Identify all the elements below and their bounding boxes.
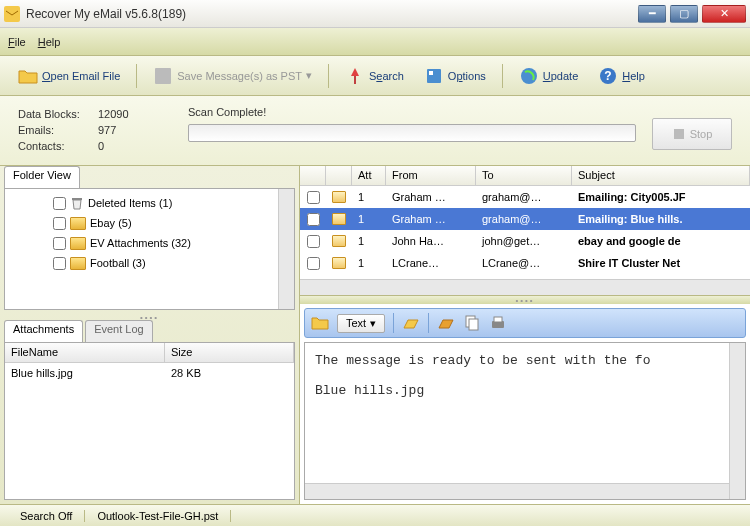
svg-rect-1	[155, 68, 171, 84]
col-to[interactable]: To	[476, 166, 572, 185]
menu-help[interactable]: Help	[38, 36, 61, 48]
msg-subject: ebay and google de	[572, 235, 750, 247]
svg-rect-2	[354, 76, 356, 84]
message-row[interactable]: 1LCrane…LCrane@…Shire IT Cluster Net	[300, 252, 750, 274]
message-row[interactable]: 1Graham …graham@…Emailing: Blue hills.	[300, 208, 750, 230]
tree-checkbox[interactable]	[53, 257, 66, 270]
save-icon	[153, 66, 173, 86]
update-button[interactable]: Update	[511, 62, 586, 90]
datablocks-label: Data Blocks:	[18, 106, 98, 122]
msg-to: john@get…	[476, 235, 572, 247]
msg-checkbox[interactable]	[307, 213, 320, 226]
envelope-icon	[332, 257, 346, 269]
tree-label: Football (3)	[90, 257, 146, 269]
help-icon: ?	[598, 66, 618, 86]
minimize-button[interactable]: ━	[638, 5, 666, 23]
tree-item[interactable]: Deleted Items (1)	[9, 193, 290, 213]
folder-icon	[70, 237, 86, 250]
scrollbar-horizontal[interactable]	[300, 279, 750, 295]
tree-label: EV Attachments (32)	[90, 237, 191, 249]
menu-file[interactable]: File	[8, 36, 26, 48]
contacts-value: 0	[98, 138, 104, 154]
tree-checkbox[interactable]	[53, 237, 66, 250]
msg-att: 1	[352, 257, 386, 269]
message-list-header: Att From To Subject	[300, 166, 750, 186]
search-button[interactable]: Search	[337, 62, 412, 90]
preview-scrollbar-vertical[interactable]	[729, 343, 745, 499]
msg-to: LCrane@…	[476, 257, 572, 269]
message-list[interactable]: 1Graham …graham@…Emailing: City005.JF1Gr…	[300, 186, 750, 296]
msg-subject: Shire IT Cluster Net	[572, 257, 750, 269]
msg-att: 1	[352, 235, 386, 247]
col-att[interactable]: Att	[352, 166, 386, 185]
save-messages-button: Save Message(s) as PST ▾	[145, 62, 320, 90]
splitter-preview[interactable]: ••••	[300, 296, 750, 304]
message-preview[interactable]: The message is ready to be sent with the…	[304, 342, 746, 500]
open-icon[interactable]	[402, 314, 420, 332]
options-button[interactable]: Options	[416, 62, 494, 90]
message-row[interactable]: 1Graham …graham@…Emailing: City005.JF	[300, 186, 750, 208]
tree-item[interactable]: Ebay (5)	[9, 213, 290, 233]
tree-checkbox[interactable]	[53, 197, 66, 210]
col-subject[interactable]: Subject	[572, 166, 750, 185]
msg-checkbox[interactable]	[307, 191, 320, 204]
tab-folder-view[interactable]: Folder View	[4, 166, 80, 188]
preview-toolbar: Text ▾	[304, 308, 746, 338]
msg-checkbox[interactable]	[307, 235, 320, 248]
dropdown-arrow-icon: ▾	[306, 69, 312, 82]
titlebar: Recover My eMail v5.6.8(189) ━ ▢ ✕	[0, 0, 750, 28]
tree-label: Ebay (5)	[90, 217, 132, 229]
trash-icon	[70, 196, 84, 210]
stats-block: Data Blocks:12090 Emails:977 Contacts:0	[18, 106, 188, 155]
maximize-button[interactable]: ▢	[670, 5, 698, 23]
update-icon	[519, 66, 539, 86]
options-icon	[424, 66, 444, 86]
attachment-row[interactable]: Blue hills.jpg28 KB	[11, 367, 288, 385]
msg-checkbox[interactable]	[307, 257, 320, 270]
attachment-size: 28 KB	[171, 367, 201, 385]
tab-event-log[interactable]: Event Log	[85, 320, 153, 342]
col-size[interactable]: Size	[165, 343, 294, 362]
reply-icon[interactable]	[437, 314, 455, 332]
tree-checkbox[interactable]	[53, 217, 66, 230]
search-icon	[345, 66, 365, 86]
svg-rect-8	[674, 129, 684, 139]
help-button[interactable]: ? Help	[590, 62, 653, 90]
scrollbar-vertical[interactable]	[278, 189, 294, 309]
svg-rect-4	[429, 71, 433, 75]
folder-icon[interactable]	[311, 314, 329, 332]
emails-value: 977	[98, 122, 116, 138]
col-filename[interactable]: FileName	[5, 343, 165, 362]
col-from[interactable]: From	[386, 166, 476, 185]
attachments-panel: FileName Size Blue hills.jpg28 KB	[4, 342, 295, 500]
status-search: Search Off	[8, 510, 85, 522]
open-email-file-button[interactable]: Open Email File	[10, 62, 128, 90]
message-row[interactable]: 1John Ha…john@get…ebay and google de	[300, 230, 750, 252]
text-mode-button[interactable]: Text ▾	[337, 314, 385, 333]
tree-label: Deleted Items (1)	[88, 197, 172, 209]
emails-label: Emails:	[18, 122, 98, 138]
msg-to: graham@…	[476, 191, 572, 203]
datablocks-value: 12090	[98, 106, 129, 122]
envelope-icon	[332, 235, 346, 247]
msg-from: LCrane…	[386, 257, 476, 269]
svg-rect-11	[469, 319, 478, 330]
svg-point-5	[521, 68, 537, 84]
print-icon[interactable]	[489, 314, 507, 332]
msg-att: 1	[352, 213, 386, 225]
envelope-icon	[332, 191, 346, 203]
preview-scrollbar-horizontal[interactable]	[305, 483, 729, 499]
msg-subject: Emailing: Blue hills.	[572, 213, 750, 225]
msg-subject: Emailing: City005.JF	[572, 191, 750, 203]
folder-icon	[70, 217, 86, 230]
folder-tree[interactable]: Deleted Items (1)Ebay (5)EV Attachments …	[4, 188, 295, 310]
tab-attachments[interactable]: Attachments	[4, 320, 83, 342]
folder-icon	[70, 257, 86, 270]
tree-item[interactable]: Football (3)	[9, 253, 290, 273]
stats-row: Data Blocks:12090 Emails:977 Contacts:0 …	[0, 96, 750, 166]
close-button[interactable]: ✕	[702, 5, 746, 23]
app-icon	[4, 6, 20, 22]
folder-open-icon	[18, 66, 38, 86]
copy-icon[interactable]	[463, 314, 481, 332]
tree-item[interactable]: EV Attachments (32)	[9, 233, 290, 253]
